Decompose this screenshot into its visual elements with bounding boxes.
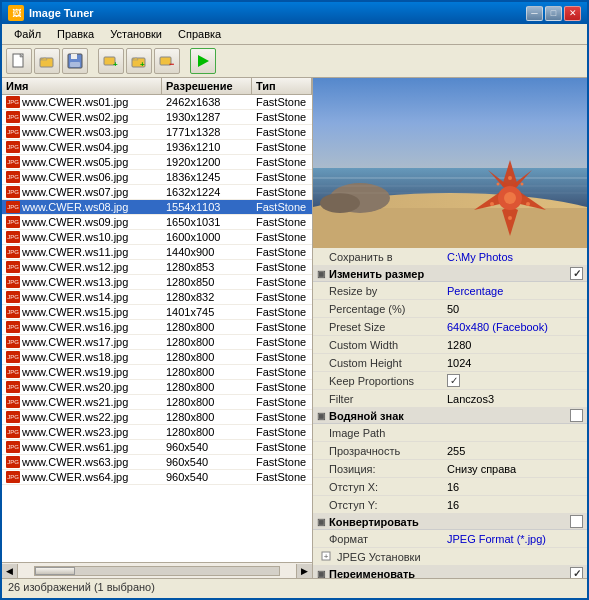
file-resolution: 1920x1200: [162, 155, 252, 169]
transparency-value[interactable]: 255: [443, 444, 587, 458]
file-resolution: 1554x1103: [162, 200, 252, 214]
table-row[interactable]: JPGwww.CWER.ws08.jpg1554x1103FastStone: [2, 200, 312, 215]
remove-button[interactable]: −: [154, 48, 180, 74]
preset-value[interactable]: 640x480 (Facebook): [443, 320, 587, 334]
preset-label: Preset Size: [313, 320, 443, 334]
jpg-icon: JPG: [6, 261, 20, 273]
file-list-body[interactable]: JPGwww.CWER.ws01.jpg2462x1638FastStoneJP…: [2, 95, 312, 562]
menu-help[interactable]: Справка: [170, 26, 229, 42]
file-type: FastStone: [252, 155, 312, 169]
watermark-section-header[interactable]: ▣ Водяной знак: [313, 408, 587, 424]
jpg-icon: JPG: [6, 381, 20, 393]
table-row[interactable]: JPGwww.CWER.ws20.jpg1280x800FastStone: [2, 380, 312, 395]
table-row[interactable]: JPGwww.CWER.ws01.jpg2462x1638FastStone: [2, 95, 312, 110]
table-row[interactable]: JPGwww.CWER.ws21.jpg1280x800FastStone: [2, 395, 312, 410]
table-row[interactable]: JPGwww.CWER.ws04.jpg1936x1210FastStone: [2, 140, 312, 155]
table-row[interactable]: JPGwww.CWER.ws09.jpg1650x1031FastStone: [2, 215, 312, 230]
horizontal-scrollbar[interactable]: ◀ ▶: [2, 562, 312, 578]
file-type: FastStone: [252, 350, 312, 364]
watermark-enabled-checkbox[interactable]: [570, 409, 583, 422]
table-row[interactable]: JPGwww.CWER.ws07.jpg1632x1224FastStone: [2, 185, 312, 200]
col-name[interactable]: Имя: [2, 78, 162, 94]
open-button[interactable]: [34, 48, 60, 74]
svg-rect-15: [313, 208, 587, 248]
convert-section-header[interactable]: ▣ Конвертировать: [313, 514, 587, 530]
file-resolution: 960x540: [162, 455, 252, 469]
table-row[interactable]: JPGwww.CWER.ws63.jpg960x540FastStone: [2, 455, 312, 470]
add-files-button[interactable]: +: [98, 48, 124, 74]
new-button[interactable]: [6, 48, 32, 74]
scroll-thumb[interactable]: [35, 567, 75, 575]
position-value[interactable]: Снизу справа: [443, 462, 587, 476]
scroll-track[interactable]: [34, 566, 280, 576]
custom-width-value[interactable]: 1280: [443, 338, 587, 352]
file-name-cell: JPGwww.CWER.ws08.jpg: [2, 200, 162, 214]
file-name-cell: JPGwww.CWER.ws11.jpg: [2, 245, 162, 259]
jpg-icon: JPG: [6, 186, 20, 198]
position-label: Позиция:: [313, 462, 443, 476]
col-resolution[interactable]: Разрешение: [162, 78, 252, 94]
table-row[interactable]: JPGwww.CWER.ws23.jpg1280x800FastStone: [2, 425, 312, 440]
scroll-right-btn[interactable]: ▶: [296, 564, 312, 578]
file-name: www.CWER.ws09.jpg: [22, 216, 128, 228]
file-name-cell: JPGwww.CWER.ws64.jpg: [2, 470, 162, 484]
table-row[interactable]: JPGwww.CWER.ws10.jpg1600x1000FastStone: [2, 230, 312, 245]
table-row[interactable]: JPGwww.CWER.ws22.jpg1280x800FastStone: [2, 410, 312, 425]
file-name: www.CWER.ws07.jpg: [22, 186, 128, 198]
resize-by-value[interactable]: Percentage: [443, 284, 587, 298]
file-resolution: 1836x1245: [162, 170, 252, 184]
file-type: FastStone: [252, 320, 312, 334]
minimize-button[interactable]: ─: [526, 6, 543, 21]
scroll-left-btn[interactable]: ◀: [2, 564, 18, 578]
file-name: www.CWER.ws02.jpg: [22, 111, 128, 123]
maximize-button[interactable]: □: [545, 6, 562, 21]
title-bar: 🖼 Image Tuner ─ □ ✕: [2, 2, 587, 24]
convert-enabled-checkbox[interactable]: [570, 515, 583, 528]
offset-y-row: Отступ Y: 16: [313, 496, 587, 514]
save-to-value[interactable]: C:\My Photos: [443, 250, 587, 264]
col-type[interactable]: Тип: [252, 78, 312, 94]
add-folder-button[interactable]: +: [126, 48, 152, 74]
file-name: www.CWER.ws19.jpg: [22, 366, 128, 378]
menu-settings[interactable]: Установки: [102, 26, 170, 42]
table-row[interactable]: JPGwww.CWER.ws64.jpg960x540FastStone: [2, 470, 312, 485]
file-resolution: 960x540: [162, 440, 252, 454]
file-name: www.CWER.ws14.jpg: [22, 291, 128, 303]
jpg-icon: JPG: [6, 426, 20, 438]
table-row[interactable]: JPGwww.CWER.ws06.jpg1836x1245FastStone: [2, 170, 312, 185]
offset-x-value[interactable]: 16: [443, 480, 587, 494]
table-row[interactable]: JPGwww.CWER.ws05.jpg1920x1200FastStone: [2, 155, 312, 170]
filter-value[interactable]: Lanczos3: [443, 392, 587, 406]
table-row[interactable]: JPGwww.CWER.ws61.jpg960x540FastStone: [2, 440, 312, 455]
custom-height-value[interactable]: 1024: [443, 356, 587, 370]
rename-section-header[interactable]: ▣ Переименовать: [313, 566, 587, 578]
file-list-panel: Имя Разрешение Тип JPGwww.CWER.ws01.jpg2…: [2, 78, 313, 578]
table-row[interactable]: JPGwww.CWER.ws03.jpg1771x1328FastStone: [2, 125, 312, 140]
table-row[interactable]: JPGwww.CWER.ws12.jpg1280x853FastStone: [2, 260, 312, 275]
percentage-value[interactable]: 50: [443, 302, 587, 316]
preview-image: [313, 78, 587, 248]
resize-section-header[interactable]: ▣ Изменить размер: [313, 266, 587, 282]
table-row[interactable]: JPGwww.CWER.ws14.jpg1280x832FastStone: [2, 290, 312, 305]
table-row[interactable]: JPGwww.CWER.ws18.jpg1280x800FastStone: [2, 350, 312, 365]
table-row[interactable]: JPGwww.CWER.ws19.jpg1280x800FastStone: [2, 365, 312, 380]
save-button[interactable]: [62, 48, 88, 74]
table-row[interactable]: JPGwww.CWER.ws17.jpg1280x800FastStone: [2, 335, 312, 350]
table-row[interactable]: JPGwww.CWER.ws13.jpg1280x850FastStone: [2, 275, 312, 290]
menu-edit[interactable]: Правка: [49, 26, 102, 42]
image-path-value[interactable]: [443, 432, 587, 434]
jpeg-expand-btn[interactable]: +: [321, 551, 333, 563]
resize-enabled-checkbox[interactable]: [570, 267, 583, 280]
format-value[interactable]: JPEG Format (*.jpg): [443, 532, 587, 546]
file-resolution: 1280x800: [162, 320, 252, 334]
offset-y-value[interactable]: 16: [443, 498, 587, 512]
table-row[interactable]: JPGwww.CWER.ws11.jpg1440x900FastStone: [2, 245, 312, 260]
close-button[interactable]: ✕: [564, 6, 581, 21]
table-row[interactable]: JPGwww.CWER.ws15.jpg1401x745FastStone: [2, 305, 312, 320]
keep-prop-checkbox[interactable]: [447, 374, 460, 387]
rename-enabled-checkbox[interactable]: [570, 567, 583, 578]
menu-file[interactable]: Файл: [6, 26, 49, 42]
run-button[interactable]: [190, 48, 216, 74]
table-row[interactable]: JPGwww.CWER.ws16.jpg1280x800FastStone: [2, 320, 312, 335]
table-row[interactable]: JPGwww.CWER.ws02.jpg1930x1287FastStone: [2, 110, 312, 125]
